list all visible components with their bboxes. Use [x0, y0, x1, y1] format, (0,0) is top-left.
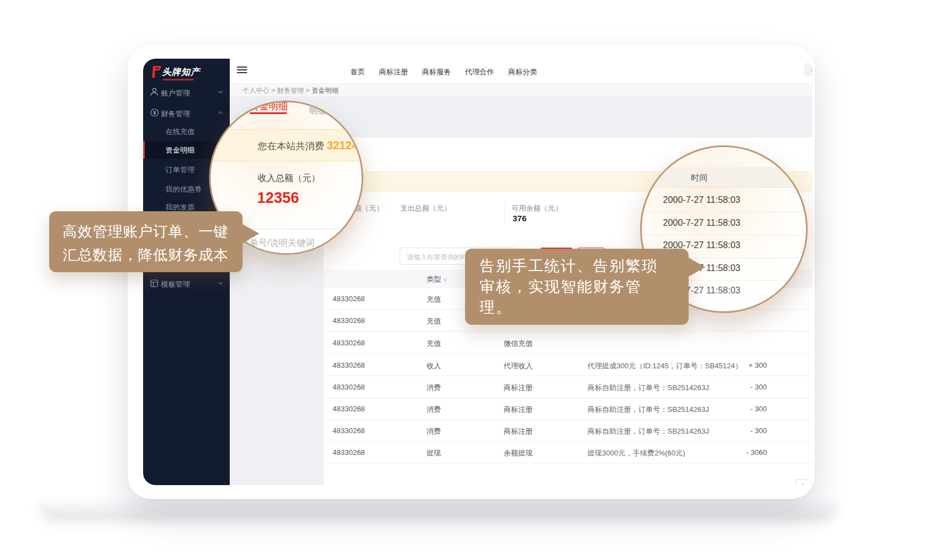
- brand-logo-icon: [152, 66, 162, 78]
- sidebar-item-label: 模板管理: [161, 279, 190, 290]
- menu-icon[interactable]: [237, 67, 247, 74]
- row-separator: [642, 212, 808, 212]
- table-row: 48330268 消费 商标注册 商标自助注册，订单号：SB2514263J -…: [324, 376, 812, 398]
- sidebar-item-finance[interactable]: 财务管理: [143, 104, 230, 123]
- template-icon: [150, 279, 158, 287]
- breadcrumb-separator: >: [306, 87, 310, 94]
- sidebar-item-label: 订单管理: [165, 165, 195, 175]
- breadcrumb-finance[interactable]: 财务管理: [277, 87, 304, 94]
- magnified-time-header: 时间: [642, 167, 808, 188]
- nav-item-trademark-register[interactable]: 商标注册: [379, 67, 408, 77]
- header-type[interactable]: 类型 ∨: [426, 274, 447, 284]
- table-row: 48330268 消费 商标注册 商标自助注册，订单号：SB2514263J -…: [324, 420, 812, 442]
- global-search-input[interactable]: 请输入商标名，申请号，申请人: [804, 63, 812, 76]
- tooltip-right: 告别手工统计、告别繁琐 审核，实现智能财务管 理。: [465, 249, 689, 325]
- nav-item-trademark-service[interactable]: 商标服务: [422, 67, 451, 77]
- banner-prefix: 您在本站共消费: [258, 141, 324, 151]
- banner-amount: 32124: [327, 139, 358, 151]
- sidebar-item-label: 资金明细: [165, 145, 195, 155]
- brand-name: 头牌知产: [162, 67, 200, 78]
- magnified-time-value: 2000-7-27 11:58:03: [663, 218, 808, 228]
- tooltip-line: 高效管理账户订单、一键: [63, 220, 229, 243]
- sidebar-item-recharge[interactable]: 在线充值: [143, 122, 230, 141]
- tooltip-left: 高效管理账户订单、一键 汇总数据，降低财务成本: [49, 211, 243, 272]
- finance-icon: [150, 108, 159, 117]
- table-row: 48330268 提现 余额提现 提现3000元，手续费2%(60元) - 30…: [324, 442, 812, 463]
- magnified-tab-underline: [250, 112, 287, 114]
- magnified-time-value: 2000-7-27 11:58:03: [663, 195, 808, 205]
- magnified-income-label: 收入总额（元）: [258, 173, 320, 184]
- table-row: 48330268 充值 微信充值 2000-7-27 11:58:03: [324, 332, 812, 354]
- table-row: 48330268 收入 代理收入 代理提成300元（ID:1245，订单号：SB…: [324, 354, 812, 376]
- magnified-banner-text: 您在本站共消费 32124 820 元: [258, 139, 363, 153]
- tooltip-line: 告别手工统计、告别繁琐: [480, 256, 674, 277]
- sidebar-item-templates[interactable]: 模板管理: [143, 274, 230, 293]
- stat-expense-label: 支出总额（元）: [400, 203, 451, 213]
- chevron-down-icon: [218, 91, 223, 94]
- sidebar-item-label: 财务管理: [161, 109, 190, 119]
- tooltip-line: 汇总数据，降低财务成本: [63, 243, 229, 267]
- tooltip-line: 审核，实现智能财务管: [480, 277, 674, 297]
- tooltip-right-arrow: [686, 257, 705, 278]
- time-header-label: 时间: [691, 173, 708, 183]
- active-indicator-bar: [143, 141, 145, 159]
- page-canvas: 头牌知产 账户管理 财务管理: [0, 0, 948, 560]
- tooltip-left-arrow: [240, 223, 259, 244]
- sidebar-item-label: 在线充值: [165, 127, 195, 137]
- breadcrumb-separator: >: [271, 87, 275, 94]
- sidebar-item-label: 账户管理: [161, 88, 190, 98]
- nav-item-home[interactable]: 首页: [350, 67, 365, 77]
- stat-balance-value: 376: [513, 213, 527, 223]
- sidebar-item-label: 我的优惠券: [165, 184, 202, 194]
- chevron-down-icon: [218, 282, 223, 285]
- chevron-up-icon: [218, 111, 223, 115]
- nav-item-trademark-category[interactable]: 商标分类: [508, 67, 537, 77]
- date-placeholder: 请输入你要查询的时间: [407, 253, 474, 262]
- table-row: 48330268 消费 商标注册 商标自助注册，订单号：SB2514263J -…: [324, 398, 812, 420]
- magnified-income-value: 12356: [257, 189, 299, 207]
- laptop-base: [39, 499, 837, 515]
- breadcrumb-home[interactable]: 个人中心: [243, 87, 269, 94]
- tooltip-line: 理。: [480, 297, 674, 318]
- breadcrumb: 个人中心 > 财务管理 > 资金明细: [230, 84, 812, 96]
- brand-tagline: [163, 79, 194, 80]
- stat-balance-label: 可用余额（元）: [511, 203, 562, 213]
- row-separator: [642, 235, 808, 235]
- nav-item-agency[interactable]: 代理合作: [465, 67, 494, 77]
- user-icon: [150, 88, 158, 96]
- sidebar-item-account[interactable]: 账户管理: [143, 83, 230, 102]
- breadcrumb-current: 资金明细: [311, 87, 338, 94]
- top-navbar: 首页 商标注册 商标服务 代理合作 商标分类 请输入商标名，申请号，申请人: [230, 59, 812, 84]
- stat-divider: [504, 202, 505, 223]
